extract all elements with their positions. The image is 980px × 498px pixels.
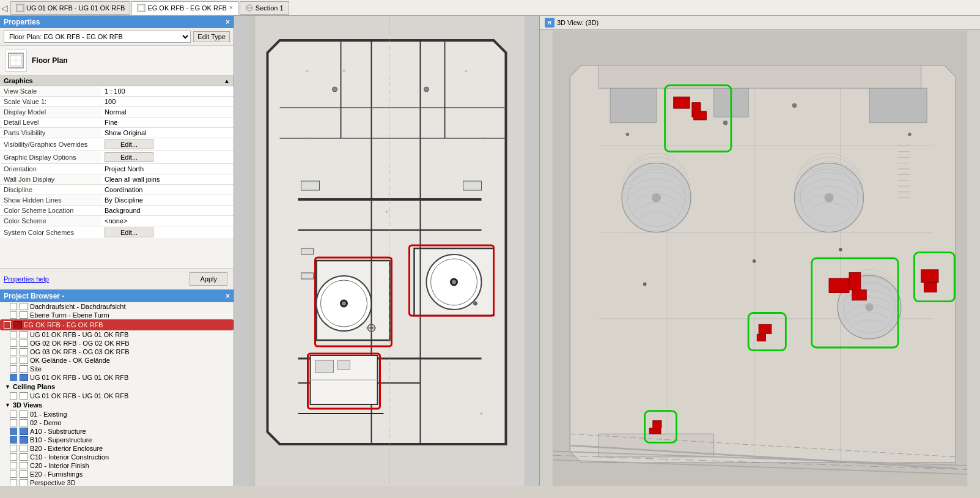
prop-value-show-hidden[interactable]: By Discipline [101,195,234,206]
checkbox-ug01-blue [10,374,17,381]
tab-ug01[interactable]: UG 01 OK RFB - UG 01 OK RFB [10,1,130,15]
section-3d-views[interactable]: ▼ 3D Views [0,400,234,410]
label-ug01-blue: UG 01 OK RFB - UG 01 OK RFB [30,374,128,381]
visibility-edit-btn[interactable]: Edit... [105,139,153,149]
prop-value-parts-visibility[interactable]: Show Original [101,128,234,138]
label-eg-ok-rfb: EG OK RFB - EG OK RFB [24,321,103,329]
tree-item-og02[interactable]: OG 02 OK RFB - OG 02 OK RFB [0,339,234,347]
view-select[interactable]: Floor Plan: EG OK RFB - EG OK RFB [4,31,191,43]
prop-value-system-color[interactable]: Edit... [101,226,234,239]
tree-item-ok-gelande[interactable]: OK Gelände - OK Gelände [0,356,234,365]
tab-eg-ok[interactable]: EG OK RFB - EG OK RFB × [131,1,238,15]
properties-title: Properties [4,18,40,26]
checkbox-ceiling-ug01 [10,392,17,400]
tree-item-ebene-turm[interactable]: Ebene Turm - Ebene Turm [0,311,234,319]
checkbox-01-existing [10,411,17,418]
tree-item-site[interactable]: Site [0,365,234,373]
system-color-edit-btn[interactable]: Edit... [105,228,153,237]
apply-button[interactable]: Apply [190,272,227,286]
icon-02-demo [20,419,28,426]
prop-value-color-scheme[interactable]: <none> [101,216,234,226]
prop-value-visibility-graphics[interactable]: Edit... [101,138,234,151]
tree-item-og03[interactable]: OG 03 OK RFB - OG 03 OK RFB [0,347,234,356]
project-browser-close[interactable]: × [226,292,230,300]
svg-rect-79 [869,88,927,123]
label-b20: B20 - Exterior Enclosure [30,445,103,452]
prop-label-display-model: Display Model [0,107,101,117]
icon-b20 [20,445,28,452]
properties-close[interactable]: × [226,18,230,26]
tree-item-perspective[interactable]: Perspective 3D [0,478,234,486]
prop-label-scale-value: Scale Value 1: [0,97,101,107]
tree-item-eg-ok-rfb[interactable]: EG OK RFB - EG OK RFB [0,319,234,330]
prop-value-color-scheme-loc[interactable]: Background [101,206,234,216]
tree-area[interactable]: Dachdraufsicht - Dachdraufsicht Ebene Tu… [0,302,234,486]
prop-label-graphic-display: Graphic Display Options [0,151,101,164]
label-02-demo: 02 - Demo [30,419,61,426]
tree-item-ug01-blue[interactable]: UG 01 OK RFB - UG 01 OK RFB [0,373,234,382]
svg-point-83 [723,121,728,125]
tree-item-ug01-fp[interactable]: UG 01 OK RFB - UG 01 OK RFB [0,330,234,339]
graphic-display-edit-btn[interactable]: Edit... [105,152,153,162]
label-b10: B10 - Superstructure [30,436,92,444]
checkbox-b10 [10,436,17,444]
properties-help-link[interactable]: Properties help [4,275,49,283]
tree-item-b10[interactable]: B10 - Superstructure [0,436,234,444]
tree-item-c10[interactable]: C10 - Interior Construction [0,453,234,461]
svg-point-54 [484,137,486,139]
prop-value-graphic-display[interactable]: Edit... [101,151,234,164]
tree-item-01-existing[interactable]: 01 - Existing [0,410,234,418]
prop-value-display-model[interactable]: Normal [101,107,234,117]
tree-item-b20[interactable]: B20 - Exterior Enclosure [0,444,234,453]
prop-row-scale-value: Scale Value 1: 100 [0,97,234,107]
svg-point-57 [481,412,483,415]
label-dachdraufsicht: Dachdraufsicht - Dachdraufsicht [30,303,126,310]
prop-value-scale-value[interactable]: 100 [101,97,234,107]
edit-type-button[interactable]: Edit Type [193,31,230,42]
prop-row-visibility-graphics: Visibility/Graphics Overrides Edit... [0,138,234,151]
icon-c20 [20,462,28,469]
view-3d-title: 3D View: (3D) [557,19,599,26]
section-ceiling-plans[interactable]: ▼ Ceiling Plans [0,382,234,392]
prop-row-detail-level: Detail Level Fine [0,117,234,128]
prop-row-discipline: Discipline Coordination [0,185,234,195]
tree-item-02-demo[interactable]: 02 - Demo [0,418,234,427]
tree-item-a10[interactable]: A10 - Substructure [0,427,234,436]
label-og02: OG 02 OK RFB - OG 02 OK RFB [30,340,130,347]
properties-scroll-area[interactable]: Graphics ▲ View Scale 1 : 100 Scale Valu… [0,76,234,268]
svg-point-52 [343,70,345,72]
floor-plan-tab-icon-active [137,4,146,12]
tab-section1[interactable]: Section 1 [240,1,289,15]
checkbox-site [10,365,17,373]
tree-item-e20[interactable]: E20 - Furnishings [0,470,234,478]
svg-rect-111 [852,290,867,300]
checkbox-og02 [10,340,17,347]
graphics-section-header: Graphics ▲ [0,76,234,86]
floor-plan-icon [5,50,27,72]
checkbox-c20 [10,462,17,469]
prop-row-parts-visibility: Parts Visibility Show Original [0,128,234,138]
svg-point-20 [451,279,457,285]
svg-point-51 [306,70,309,72]
prop-value-view-scale[interactable]: 1 : 100 [101,86,234,97]
prop-value-detail-level[interactable]: Fine [101,117,234,128]
graphics-section-collapse[interactable]: ▲ [224,78,230,84]
floor-plan-canvas[interactable] [234,16,540,486]
prop-row-color-scheme-loc: Color Scheme Location Background [0,206,234,216]
tree-item-ceiling-ug01[interactable]: UG 01 OK RFB - UG 01 OK RFB [0,392,234,400]
prop-row-orientation: Orientation Project North [0,164,234,174]
icon-b10 [20,436,28,444]
icon-perspective [20,479,28,486]
prop-value-discipline[interactable]: Coordination [101,185,234,195]
tab-eg-ok-close[interactable]: × [229,4,233,11]
tree-item-c20[interactable]: C20 - Interior Finish [0,461,234,470]
view-3d-header: R 3D View: (3D) [540,16,980,30]
prop-label-system-color: System Color Schemes [0,226,101,239]
label-ebene-turm: Ebene Turm - Ebene Turm [30,311,109,319]
prop-value-orientation[interactable]: Project North [101,164,234,174]
prop-label-discipline: Discipline [0,185,101,195]
tree-item-dachdraufsicht[interactable]: Dachdraufsicht - Dachdraufsicht [0,302,234,311]
tab-scroll-left[interactable]: ◁ [1,3,8,13]
checkbox-c10 [10,453,17,461]
prop-value-wall-join[interactable]: Clean all wall joins [101,174,234,185]
